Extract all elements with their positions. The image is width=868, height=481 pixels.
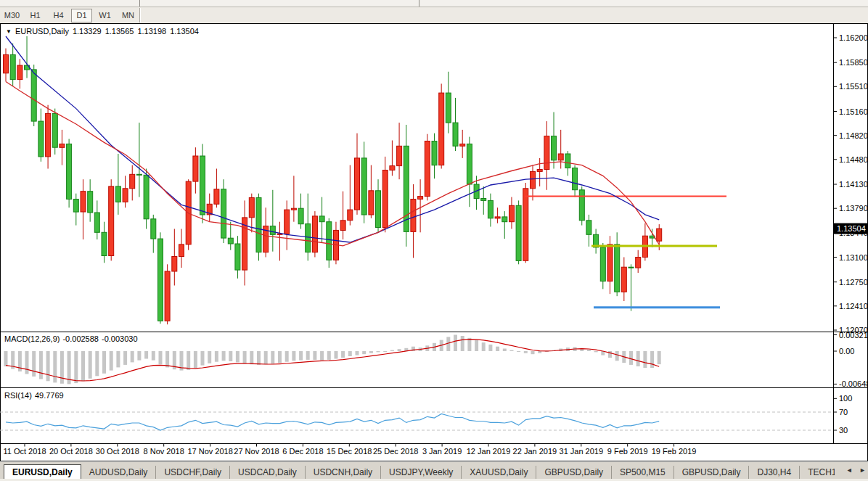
svg-text:1.13504: 1.13504 xyxy=(837,224,866,233)
svg-text:12 Jan 2019: 12 Jan 2019 xyxy=(467,447,511,456)
svg-text:30 Oct 2018: 30 Oct 2018 xyxy=(96,447,139,456)
symbol-dropdown-icon[interactable]: ▼ xyxy=(6,28,12,35)
svg-text:30: 30 xyxy=(839,426,848,435)
tab-scroll-right-icon[interactable]: ► xyxy=(859,466,866,474)
macd-signal-value: -0.003030 xyxy=(102,334,138,343)
current-price-tag: 1.13504 xyxy=(834,223,867,234)
svg-text:70: 70 xyxy=(839,408,848,416)
svg-text:1.15160: 1.15160 xyxy=(839,107,868,116)
svg-text:1.15510: 1.15510 xyxy=(839,82,868,91)
svg-text:0.003216: 0.003216 xyxy=(839,331,868,340)
ohlc-open: 1.13329 xyxy=(73,27,102,36)
ohlc-high: 1.13565 xyxy=(105,27,134,36)
svg-text:3 Jan 2019: 3 Jan 2019 xyxy=(422,447,462,456)
svg-text:1.13100: 1.13100 xyxy=(839,253,868,262)
ohlc-close: 1.13504 xyxy=(170,27,199,36)
svg-text:6 Dec 2018: 6 Dec 2018 xyxy=(282,447,323,456)
svg-text:9 Feb 2019: 9 Feb 2019 xyxy=(607,447,648,456)
svg-text:11 Oct 2018: 11 Oct 2018 xyxy=(3,447,46,456)
svg-text:1.16200: 1.16200 xyxy=(839,33,868,42)
svg-text:1.15850: 1.15850 xyxy=(839,58,868,67)
svg-text:8 Nov 2018: 8 Nov 2018 xyxy=(144,447,184,456)
chart-symbol-label: EURUSD,Daily xyxy=(15,27,69,36)
rsi-title: RSI(14) xyxy=(4,391,32,400)
svg-text:20 Oct 2018: 20 Oct 2018 xyxy=(49,447,93,456)
svg-text:-0.006485: -0.006485 xyxy=(839,379,868,388)
price-chart-canvas[interactable]: 1.162001.158501.155101.151601.148201.144… xyxy=(0,0,868,481)
ohlc-low: 1.13198 xyxy=(137,27,166,36)
svg-text:1.14130: 1.14130 xyxy=(839,180,868,189)
svg-text:17 Nov 2018: 17 Nov 2018 xyxy=(187,447,232,456)
rsi-value: 49.7769 xyxy=(35,391,64,400)
svg-text:1.12750: 1.12750 xyxy=(839,278,868,287)
svg-text:19 Feb 2019: 19 Feb 2019 xyxy=(652,447,697,456)
svg-text:15 Dec 2018: 15 Dec 2018 xyxy=(327,447,372,456)
svg-text:0.00: 0.00 xyxy=(839,347,854,355)
macd-main-value: -0.002588 xyxy=(62,334,99,343)
macd-title: MACD(12,26,9) xyxy=(4,334,60,343)
svg-text:1.13790: 1.13790 xyxy=(839,204,868,213)
macd-indicator-label: MACD(12,26,9)-0.002588-0.003030 xyxy=(4,334,141,343)
svg-text:27 Nov 2018: 27 Nov 2018 xyxy=(234,447,279,456)
chart-panes xyxy=(0,24,868,461)
svg-text:100: 100 xyxy=(839,394,852,403)
rsi-indicator-label: RSI(14)49.7769 xyxy=(4,391,67,400)
tab-scroll-arrows: ◄ ► xyxy=(838,466,866,474)
svg-text:1.14480: 1.14480 xyxy=(839,155,868,164)
chart-title: ▼EURUSD,Daily1.133291.135651.131981.1350… xyxy=(6,27,199,36)
svg-text:1.14820: 1.14820 xyxy=(839,131,868,140)
svg-text:1.12410: 1.12410 xyxy=(839,302,868,311)
svg-text:22 Jan 2019: 22 Jan 2019 xyxy=(513,447,557,456)
svg-text:25 Dec 2018: 25 Dec 2018 xyxy=(373,447,418,456)
tab-scroll-left-icon[interactable]: ◄ xyxy=(846,466,853,474)
svg-text:31 Jan 2019: 31 Jan 2019 xyxy=(560,447,604,456)
